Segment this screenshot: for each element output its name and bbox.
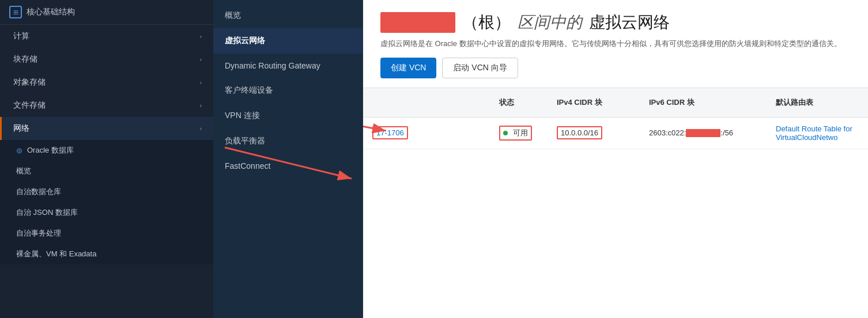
sidebar-subitem-baremetal[interactable]: 裸金属、VM 和 Exadata	[0, 244, 213, 264]
subitem-label: 概览	[16, 166, 31, 176]
sidebar-item-label: 计算	[13, 31, 29, 41]
sidebar: ⊞ 核心基础结构 计算 › 块存储 › 对象存储 › 文件存储 › 网络 › ⊜…	[0, 0, 213, 318]
dropdown-item-overview[interactable]: 概览	[213, 0, 363, 28]
table-row: 17-1706 可用 10.0.0.0/16 2603:c022::/56	[363, 118, 868, 149]
td-ipv6: 2603:c022::/56	[640, 122, 767, 145]
db-icon: ⊜	[16, 146, 22, 155]
status-highlight: 可用	[499, 126, 532, 141]
th-ipv6: IPv6 CIDR 块	[640, 94, 767, 111]
title-suffix: 虚拟云网络	[589, 12, 670, 33]
chevron-icon: ›	[200, 126, 202, 132]
title-region: 区间中的	[518, 12, 582, 33]
sidebar-subitem-oracle-db[interactable]: ⊜ Oracle 数据库	[0, 140, 213, 161]
subitem-label: 自治数据仓库	[16, 187, 61, 197]
subitem-label: 自治事务处理	[16, 228, 61, 238]
vcn-wizard-button[interactable]: 启动 VCN 向导	[442, 58, 518, 78]
sidebar-item-label: 网络	[13, 123, 29, 134]
dropdown-menu: 概览 虚拟云网络 Dynamic Routing Gateway 客户终端设备 …	[213, 0, 363, 318]
dropdown-item-lb[interactable]: 负载平衡器	[213, 128, 363, 154]
th-ipv4: IPv4 CIDR 块	[548, 94, 640, 111]
sidebar-item-block-storage[interactable]: 块存储 ›	[0, 48, 213, 71]
td-name: 17-1706	[363, 119, 490, 146]
create-vcn-button[interactable]: 创建 VCN	[380, 58, 436, 78]
table-area: 状态 IPv4 CIDR 块 IPv6 CIDR 块 默认路由表	[363, 88, 868, 319]
subitem-label: Oracle 数据库	[27, 145, 74, 156]
th-route: 默认路由表	[767, 94, 868, 111]
ipv6-value: 2603:c022::/56	[649, 128, 733, 137]
table-header: 状态 IPv4 CIDR 块 IPv6 CIDR 块 默认路由表	[363, 88, 868, 118]
title-row: （根） 区间中的 虚拟云网络	[380, 12, 851, 33]
title-prefix: （根）	[462, 12, 511, 33]
route-link[interactable]: Default Route Table for VirtualCloudNetw…	[776, 124, 852, 142]
chevron-icon: ›	[200, 80, 202, 86]
dropdown-item-label: 概览	[225, 10, 241, 20]
td-ipv4: 10.0.0.0/16	[548, 119, 640, 146]
ipv4-value: 10.0.0.0/16	[561, 128, 598, 137]
sidebar-item-file-storage[interactable]: 文件存储 ›	[0, 94, 213, 117]
button-row: 创建 VCN 启动 VCN 向导	[380, 58, 851, 78]
dropdown-item-label: VPN 连接	[225, 111, 260, 120]
title-redacted-block	[380, 12, 455, 33]
highlight-box: 17-1706	[372, 126, 408, 139]
dropdown-item-label: 客户终端设备	[225, 85, 273, 94]
sidebar-subitem-adw[interactable]: 自治数据仓库	[0, 181, 213, 202]
sidebar-header: ⊞ 核心基础结构	[0, 0, 213, 25]
sidebar-item-object-storage[interactable]: 对象存储 ›	[0, 71, 213, 94]
dropdown-item-label: Dynamic Routing Gateway	[225, 61, 320, 70]
sidebar-subitems: ⊜ Oracle 数据库 概览 自治数据仓库 自治 JSON 数据库 自治事务处…	[0, 140, 213, 264]
td-route: Default Route Table for VirtualCloudNetw…	[767, 118, 868, 149]
dropdown-item-label: 虚拟云网络	[225, 36, 265, 45]
dropdown-item-label: FastConnect	[225, 161, 270, 171]
core-infra-icon: ⊞	[9, 6, 22, 18]
main-header: （根） 区间中的 虚拟云网络 虚拟云网络是在 Oracle 数据中心中设置的虚拟…	[363, 0, 868, 88]
sidebar-subitem-json-db[interactable]: 自治 JSON 数据库	[0, 202, 213, 223]
chevron-icon: ›	[200, 33, 202, 40]
sidebar-header-title: 核心基础结构	[27, 7, 75, 17]
main-content: （根） 区间中的 虚拟云网络 虚拟云网络是在 Oracle 数据中心中设置的虚拟…	[363, 0, 868, 318]
sidebar-item-label: 对象存储	[13, 77, 46, 88]
sidebar-subitem-atp[interactable]: 自治事务处理	[0, 223, 213, 244]
th-name	[363, 94, 490, 111]
chevron-icon: ›	[200, 56, 202, 63]
dropdown-item-vpn[interactable]: VPN 连接	[213, 103, 363, 128]
dropdown-item-vcn[interactable]: 虚拟云网络	[213, 28, 363, 54]
sidebar-subitem-overview[interactable]: 概览	[0, 161, 213, 181]
td-status: 可用	[490, 119, 548, 147]
th-status: 状态	[490, 94, 548, 111]
ipv4-highlight: 10.0.0.0/16	[557, 126, 602, 139]
sidebar-item-network[interactable]: 网络 ›	[0, 117, 213, 140]
status-dot	[503, 131, 508, 135]
subitem-label: 裸金属、VM 和 Exadata	[16, 249, 96, 259]
sidebar-item-label: 块存储	[13, 54, 37, 65]
status-text: 可用	[513, 128, 528, 138]
dropdown-item-fastconnect[interactable]: FastConnect	[213, 154, 363, 178]
dropdown-item-label: 负载平衡器	[225, 136, 265, 145]
main-description: 虚拟云网络是在 Oracle 数据中心中设置的虚拟专用网络。它与传统网络十分相似…	[380, 38, 851, 50]
dropdown-item-drg[interactable]: Dynamic Routing Gateway	[213, 54, 363, 78]
sidebar-item-compute[interactable]: 计算 ›	[0, 25, 213, 48]
chevron-icon: ›	[200, 103, 202, 109]
dropdown-item-cpe[interactable]: 客户终端设备	[213, 78, 363, 103]
sidebar-item-label: 文件存储	[13, 100, 46, 111]
subitem-label: 自治 JSON 数据库	[16, 207, 78, 218]
vcn-link[interactable]: 17-1706	[376, 128, 404, 137]
